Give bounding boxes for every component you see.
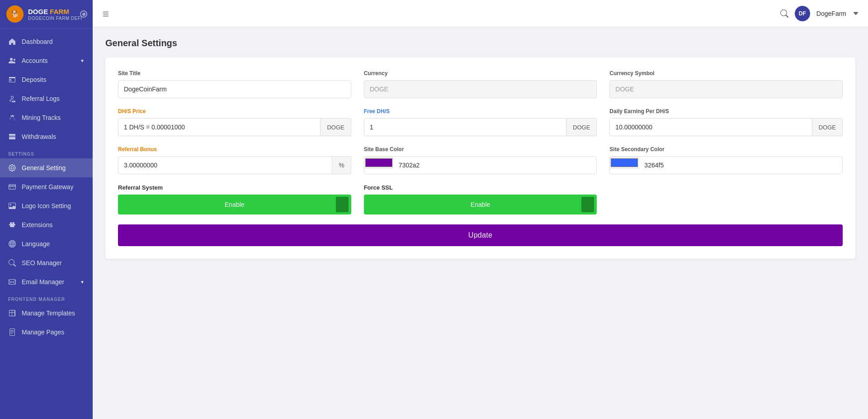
referral-bonus-group: Referral Bonus % (118, 146, 351, 174)
sidebar-item-referral-logs[interactable]: Referral Logs (0, 89, 93, 108)
free-dhs-input[interactable] (364, 118, 566, 136)
mining-icon (8, 114, 16, 122)
settings-section-label: SETTINGS (0, 146, 93, 158)
topbar-right: DF DogeFarm (780, 6, 859, 21)
sidebar-item-deposits[interactable]: Deposits (0, 70, 93, 89)
site-secondary-color-group: Site Secondary Color (609, 146, 843, 174)
topbar: DF DogeFarm (93, 0, 868, 27)
app-subtitle: DOGECOIN FARM DEFI (28, 16, 82, 21)
currency-symbol-group: Currency Symbol (609, 70, 843, 98)
sidebar-item-withdrawals[interactable]: Withdrawals (0, 127, 93, 146)
site-secondary-color-input-group (609, 156, 843, 174)
dhs-price-label: DH/S Price (118, 108, 351, 114)
currency-group: Currency (364, 70, 597, 98)
referral-system-toggle-label: Enable (125, 201, 344, 208)
page-title: General Settings (105, 38, 855, 48)
sidebar-header: 🐕 DOGE FARM DOGECOIN FARM DEFI (0, 0, 93, 29)
sidebar-item-mining-tracks[interactable]: Mining Tracks (0, 108, 93, 127)
free-dhs-label: Free DH/S (364, 108, 597, 114)
gear-icon (8, 164, 16, 172)
withdraw-icon (8, 133, 16, 141)
daily-earning-label: Daily Earning Per DH/S (609, 108, 843, 114)
free-dhs-addon: DOGE (566, 118, 597, 136)
settings-card: Site Title Currency Currency Symbol DH/S… (105, 57, 855, 259)
email-icon (8, 278, 16, 286)
form-row-1: Site Title Currency Currency Symbol (118, 70, 843, 98)
currency-symbol-input[interactable] (609, 80, 843, 98)
globe-icon (8, 240, 16, 248)
referral-system-label: Referral System (118, 184, 351, 191)
pages-icon (8, 328, 16, 336)
app-title-block: DOGE FARM DOGECOIN FARM DEFI (28, 8, 82, 21)
daily-earning-input-group: DOGE (609, 118, 843, 136)
sidebar-item-manage-templates[interactable]: Manage Templates (0, 304, 93, 323)
sidebar-item-manage-pages[interactable]: Manage Pages (0, 323, 93, 342)
user-settings-icon[interactable] (853, 10, 859, 18)
site-base-color-group: Site Base Color (364, 146, 597, 174)
sidebar-label-deposits: Deposits (22, 76, 46, 83)
toggle-row: Referral System Enable Force SSL Enable (118, 184, 843, 214)
sidebar-label-extensions: Extensions (22, 221, 52, 229)
site-base-color-picker[interactable] (364, 157, 393, 169)
free-dhs-group: Free DH/S DOGE (364, 108, 597, 136)
daily-earning-input[interactable] (609, 118, 812, 136)
sidebar-item-email-manager[interactable]: Email Manager ▼ (0, 272, 93, 291)
frontend-section-label: FRONTEND MANAGER (0, 291, 93, 304)
sidebar-label-payment-gateway: Payment Gateway (22, 183, 73, 190)
referral-system-group: Referral System Enable (118, 184, 351, 214)
site-base-color-text[interactable] (393, 157, 597, 174)
referral-bonus-input-group: % (118, 156, 351, 174)
email-manager-arrow: ▼ (80, 280, 85, 285)
sidebar-label-withdrawals: Withdrawals (22, 133, 56, 140)
force-ssl-toggle-handle (581, 197, 594, 212)
site-base-color-label: Site Base Color (364, 146, 597, 152)
sidebar-label-manage-templates: Manage Templates (22, 309, 75, 317)
sidebar-item-accounts[interactable]: Accounts ▼ (0, 51, 93, 70)
currency-input[interactable] (364, 80, 597, 98)
avatar: DF (795, 6, 810, 21)
accounts-arrow: ▼ (80, 58, 85, 63)
sidebar-label-language: Language (22, 240, 50, 248)
seo-icon (8, 259, 16, 267)
sidebar-item-seo-manager[interactable]: SEO Manager (0, 253, 93, 272)
page-content: General Settings Site Title Currency Cur… (93, 27, 868, 270)
sidebar-label-logo-icon-setting: Logo Icon Setting (22, 202, 71, 210)
referral-bonus-label: Referral Bonus (118, 146, 351, 152)
app-logo: 🐕 (6, 5, 24, 23)
site-title-label: Site Title (118, 70, 351, 76)
form-row-2: DH/S Price DOGE Free DH/S DOGE Daily Ear… (118, 108, 843, 136)
users-icon (8, 57, 16, 65)
username: DogeFarm (816, 10, 846, 17)
sidebar-item-language[interactable]: Language (0, 234, 93, 253)
expand-icon[interactable] (102, 8, 110, 19)
sidebar-item-logo-icon-setting[interactable]: Logo Icon Setting (0, 196, 93, 215)
free-dhs-input-group: DOGE (364, 118, 597, 136)
referral-system-toggle-handle (336, 197, 349, 212)
force-ssl-toggle[interactable]: Enable (364, 195, 597, 214)
site-base-color-input-group (364, 156, 597, 174)
force-ssl-toggle-label: Enable (371, 201, 590, 208)
site-secondary-color-picker[interactable] (610, 157, 639, 169)
site-title-input[interactable] (118, 80, 351, 98)
update-button[interactable]: Update (118, 224, 843, 246)
sidebar-item-payment-gateway[interactable]: Payment Gateway (0, 177, 93, 196)
sidebar-label-dashboard: Dashboard (22, 38, 53, 45)
dhs-price-input[interactable] (118, 118, 321, 136)
currency-symbol-label: Currency Symbol (609, 70, 843, 76)
referral-icon (8, 95, 16, 103)
referral-system-toggle[interactable]: Enable (118, 195, 351, 214)
site-secondary-color-text[interactable] (639, 157, 842, 174)
sidebar-item-dashboard[interactable]: Dashboard (0, 32, 93, 51)
sidebar-item-extensions[interactable]: Extensions (0, 215, 93, 234)
sidebar-item-general-setting[interactable]: General Setting (0, 158, 93, 177)
search-icon[interactable] (780, 9, 788, 18)
credit-card-icon (8, 183, 16, 191)
sidebar-label-seo-manager: SEO Manager (22, 259, 62, 267)
daily-earning-addon: DOGE (812, 118, 843, 136)
deposit-icon (8, 76, 16, 84)
referral-bonus-input[interactable] (118, 156, 332, 174)
sidebar-label-accounts: Accounts (22, 57, 48, 64)
sidebar-toggle[interactable] (80, 10, 87, 18)
site-title-group: Site Title (118, 70, 351, 98)
app-name: DOGE FARM (28, 8, 82, 15)
